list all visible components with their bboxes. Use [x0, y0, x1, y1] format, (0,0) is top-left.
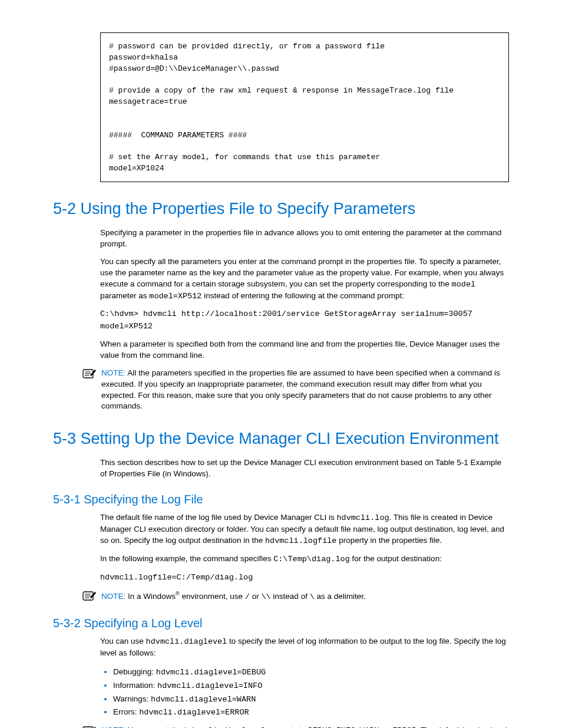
paragraph: The default file name of the log file us… — [100, 512, 509, 547]
text: or — [250, 591, 262, 600]
registered-mark: ® — [176, 591, 180, 597]
text: , — [332, 726, 336, 728]
inline-code: hdvmcli.diaglevel=ERROR — [139, 708, 249, 717]
paragraph: This section describes how to set up the… — [100, 457, 509, 480]
text: for the output destination: — [350, 554, 442, 563]
note-label: NOTE: — [101, 591, 128, 600]
text: In the following example, the command sp… — [100, 554, 273, 563]
paragraph: You can use hdvmcli.diaglevel to specify… — [100, 636, 509, 659]
note-pencil-icon — [82, 368, 99, 381]
inline-code: hdvmcli.diaglevel — [146, 637, 227, 646]
text: All the parameters specified in the prop… — [101, 368, 500, 411]
text: You can set the — [128, 726, 184, 728]
inline-code: hdvmcli.logfile — [265, 536, 337, 545]
text: , — [355, 726, 360, 728]
list-item: Information: hdvmcli.diaglevel=INFO — [113, 679, 509, 693]
note-pencil-icon — [82, 726, 99, 728]
heading-5-3-1: 5-3-1 Specifying the Log File — [53, 493, 509, 506]
inline-code: model — [452, 280, 476, 289]
inline-code: hdvmcli.log — [336, 513, 389, 522]
inline-code: / — [245, 592, 250, 601]
note-text: NOTE: You can set the hdvmcli.diaglevel … — [101, 725, 509, 728]
heading-5-3: 5-3 Setting Up the Device Manager CLI Ex… — [53, 430, 509, 448]
note-text: NOTE: In a Windows® environment, use / o… — [101, 590, 366, 602]
text: property to — [266, 726, 308, 728]
command-block: C:\hdvm> hdvmcli http://localhost:2001/s… — [100, 308, 509, 332]
text: instead of — [271, 591, 310, 600]
log-level-list: Debugging: hdvmcli.diaglevel=DEBUG Infor… — [100, 666, 509, 720]
paragraph: In the following example, the command sp… — [100, 554, 509, 565]
text: environment, use — [180, 591, 245, 600]
inline-code: hdvmcli.diaglevel=DEBUG — [156, 668, 266, 677]
note-block: NOTE: You can set the hdvmcli.diaglevel … — [82, 725, 509, 728]
note-block: NOTE: All the parameters specified in th… — [82, 368, 509, 413]
text: , or — [379, 726, 392, 728]
text: property in the properties file. — [336, 536, 442, 545]
list-item: Warnings: hdvmcli.diaglevel=WARN — [113, 693, 509, 706]
text: The default file name of the log file us… — [100, 513, 336, 522]
note-pencil-icon — [82, 591, 99, 604]
text: In a Windows — [128, 591, 176, 600]
inline-code: \\ — [261, 592, 270, 601]
paragraph: Specifying a parameter in the properties… — [100, 228, 509, 250]
inline-code: C:\Temp\diag.log — [273, 555, 350, 564]
paragraph: You can specify all the parameters you e… — [100, 256, 509, 302]
text: Debugging: — [113, 667, 156, 676]
heading-5-2: 5-2 Using the Properties File to Specify… — [53, 200, 509, 218]
text: Errors: — [113, 707, 139, 716]
paragraph: When a parameter is specified both from … — [100, 339, 509, 361]
note-label: NOTE: — [101, 726, 128, 728]
page-content: # password can be provided directly, or … — [0, 32, 562, 728]
inline-code: model=XP512 — [149, 292, 201, 301]
text: as a delimiter. — [315, 591, 366, 600]
note-text: NOTE: All the parameters specified in th… — [101, 368, 509, 413]
inline-code: hdvmcli.diaglevel=WARN — [151, 695, 256, 704]
list-item: Debugging: hdvmcli.diaglevel=DEBUG — [113, 666, 509, 679]
note-block: NOTE: In a Windows® environment, use / o… — [82, 590, 509, 604]
text: You can specify all the parameters you e… — [100, 257, 504, 288]
command-block: hdvmcli.logfile=C:/Temp/diag.log — [100, 572, 509, 584]
list-item: Errors: hdvmcli.diaglevel=ERROR — [113, 706, 509, 719]
text: You can use — [100, 637, 146, 645]
text: Warnings: — [113, 694, 151, 703]
inline-code: \ — [310, 592, 315, 601]
text: instead of entering the following at the… — [201, 291, 404, 300]
properties-file-codebox: # password can be provided directly, or … — [100, 32, 509, 182]
inline-code: hdvmcli.diaglevel=INFO — [157, 681, 262, 690]
text: parameter as — [100, 291, 149, 300]
heading-5-3-2: 5-3-2 Specifying a Log Level — [53, 617, 509, 630]
note-label: NOTE: — [101, 368, 127, 377]
text: Information: — [113, 681, 157, 690]
